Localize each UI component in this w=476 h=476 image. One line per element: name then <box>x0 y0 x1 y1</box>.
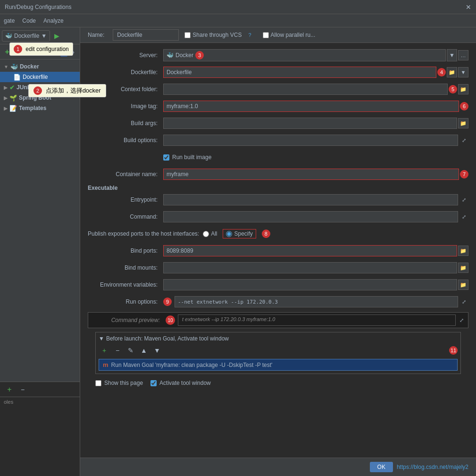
env-vars-browse-btn[interactable]: 📁 <box>458 280 468 290</box>
container-name-container: 7 <box>163 169 468 180</box>
bind-mounts-input[interactable] <box>163 262 457 273</box>
tree-item-dockerfile[interactable]: 📄 Dockerfile <box>0 72 80 82</box>
before-launch-remove-btn[interactable]: − <box>112 345 123 356</box>
close-button[interactable]: ✕ <box>466 3 471 11</box>
command-row: Command: ⤢ <box>88 210 468 223</box>
activate-tool-checkbox[interactable] <box>150 380 157 386</box>
container-name-row: Container name: 7 <box>88 168 468 181</box>
bind-mounts-container: 📁 <box>163 262 468 273</box>
entrypoint-row: Entrypoint: ⤢ <box>88 193 468 206</box>
bind-ports-browse-btn[interactable]: 📁 <box>458 246 468 256</box>
bind-ports-input[interactable] <box>163 245 457 256</box>
allow-parallel-checkbox[interactable] <box>263 32 269 38</box>
run-options-expand-btn[interactable]: ⤢ <box>459 297 468 306</box>
build-options-input[interactable] <box>163 135 458 146</box>
name-input[interactable] <box>113 29 179 41</box>
before-launch-badge: 11 <box>449 346 458 355</box>
image-tag-input-container: 6 <box>163 101 468 112</box>
menu-code[interactable]: Code <box>22 17 36 24</box>
dockerfile-input[interactable] <box>163 67 436 78</box>
command-preview-text: t extnetwork --ip 172.20.0.3 myframe:1.0 <box>178 314 456 326</box>
command-input[interactable] <box>163 211 458 222</box>
build-args-input[interactable] <box>163 118 457 129</box>
command-label: Command: <box>88 213 163 220</box>
run-button[interactable]: ▶ <box>51 30 62 42</box>
right-panel: Name: Share through VCS ? Allow parallel… <box>80 27 476 476</box>
bind-mounts-row: Bind mounts: 📁 <box>88 261 468 274</box>
bind-mounts-browse-btn[interactable]: 📁 <box>458 263 468 273</box>
run-built-image-checkbox[interactable] <box>163 154 169 161</box>
command-preview-row: Command preview: 10 t extnetwork --ip 17… <box>88 312 468 328</box>
image-tag-input[interactable] <box>163 101 459 112</box>
build-options-expand-btn[interactable]: ⤢ <box>459 136 468 145</box>
bottom-remove-button[interactable]: − <box>17 384 28 395</box>
server-docker-icon: 🐳 <box>167 52 174 59</box>
before-launch-add-btn[interactable]: + <box>99 345 110 356</box>
ports-radio-group: All Specify 8 <box>203 229 270 238</box>
executable-label: Executable <box>88 185 117 191</box>
share-vcs-checkbox-label[interactable]: Share through VCS <box>184 32 242 38</box>
env-vars-label: Environment variables: <box>88 281 163 288</box>
before-launch-up-btn[interactable]: ▲ <box>138 345 150 356</box>
show-page-checkbox-label[interactable]: Show this page <box>95 380 143 386</box>
build-args-container: 📁 <box>163 118 468 129</box>
specify-radio-label[interactable]: Specify <box>223 229 256 238</box>
menu-gate[interactable]: gate <box>4 17 15 24</box>
server-label: Server: <box>88 52 163 59</box>
share-help-icon[interactable]: ? <box>248 32 251 38</box>
server-dropdown-btn[interactable]: ▼ <box>447 49 457 61</box>
config-form: Server: 🐳 Docker 3 ▼ … <box>80 43 476 394</box>
left-bottom-content: oles <box>0 397 80 476</box>
env-vars-input[interactable] <box>163 279 457 290</box>
build-args-browse-btn[interactable]: 📁 <box>458 118 468 128</box>
before-launch-edit-btn[interactable]: ✎ <box>125 345 136 356</box>
image-tag-row: Image tag: 6 <box>88 100 468 113</box>
config-form-scroll: Server: 🐳 Docker 3 ▼ … <box>80 43 476 458</box>
all-radio-label[interactable]: All <box>203 230 217 237</box>
tree-item-docker[interactable]: ▼ 🐳 Docker <box>0 61 80 72</box>
menu-analyze[interactable]: Analyze <box>43 17 64 24</box>
tree-item-templates[interactable]: ▶ 📝 Templates <box>0 103 80 113</box>
dockerfile-badge: 4 <box>437 68 446 76</box>
dockerfile-browse-btn[interactable]: 📁 <box>447 67 457 77</box>
show-page-checkbox[interactable] <box>95 380 101 386</box>
context-browse-btn[interactable]: 📁 <box>458 84 468 94</box>
entrypoint-input[interactable] <box>163 194 458 205</box>
edit-config-tooltip: 1 edit configuration <box>9 42 73 56</box>
templates-tree-icon: 📝 <box>9 105 17 112</box>
junit-tree-icon: ✔ <box>9 84 15 91</box>
build-options-row: Build options: ⤢ <box>88 134 468 147</box>
server-row: Server: 🐳 Docker 3 ▼ … <box>88 49 468 62</box>
ok-button[interactable]: OK <box>370 462 393 472</box>
config-name: Dockerfile <box>14 33 39 39</box>
container-name-input[interactable] <box>163 169 459 180</box>
server-select[interactable]: 🐳 Docker 3 <box>163 49 446 61</box>
allow-parallel-label[interactable]: Allow parallel ru... <box>263 32 316 38</box>
command-preview-expand-btn[interactable]: ⤢ <box>457 315 466 325</box>
command-container: ⤢ <box>163 211 468 222</box>
entrypoint-expand-btn[interactable]: ⤢ <box>459 195 468 204</box>
context-badge: 5 <box>449 85 457 94</box>
specify-radio[interactable] <box>226 231 232 237</box>
run-built-image-checkbox-label[interactable]: Run built image <box>163 154 211 161</box>
before-launch-header[interactable]: ▼ Before launch: Maven Goal, Activate to… <box>99 335 458 342</box>
image-tag-badge: 6 <box>460 102 468 110</box>
bottom-add-button[interactable]: + <box>4 384 15 395</box>
all-radio[interactable] <box>203 231 209 237</box>
before-launch-down-btn[interactable]: ▼ <box>151 345 163 356</box>
url-link[interactable]: https://blog.csdn.net/majely2 <box>397 464 468 470</box>
command-expand-btn[interactable]: ⤢ <box>459 212 468 221</box>
bind-mounts-label: Bind mounts: <box>88 264 163 271</box>
context-folder-input[interactable] <box>163 84 448 95</box>
config-dropdown[interactable]: 🐳 Dockerfile ▼ <box>2 30 50 42</box>
top-menu: gate Code Analyze <box>0 14 476 27</box>
before-launch-toolbar: + − ✎ ▲ ▼ 11 <box>99 345 458 356</box>
tree-arrow-templates: ▶ <box>4 106 8 111</box>
dockerfile-dropdown-btn[interactable]: ▼ <box>458 67 468 77</box>
activate-tool-checkbox-label[interactable]: Activate tool window <box>150 380 211 386</box>
maven-goal-item[interactable]: m Run Maven Goal 'myframe: clean package… <box>99 359 458 371</box>
share-vcs-checkbox[interactable] <box>184 32 191 38</box>
run-options-input[interactable] <box>175 296 458 307</box>
server-more-btn[interactable]: … <box>458 50 468 60</box>
dockerfile-row: Dockerfile: 4 📁 ▼ <box>88 66 468 79</box>
